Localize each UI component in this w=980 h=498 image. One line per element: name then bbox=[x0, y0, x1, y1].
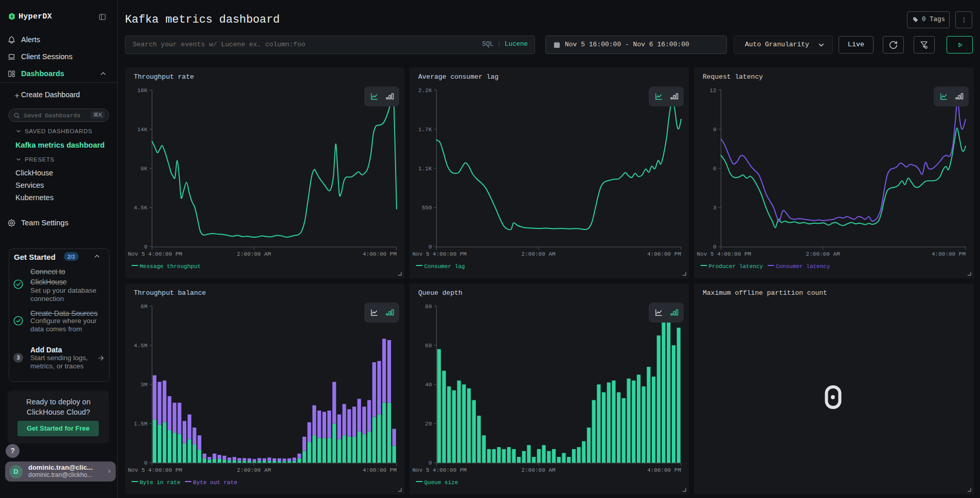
svg-text:Consumer latency: Consumer latency bbox=[776, 263, 830, 270]
svg-text:40: 40 bbox=[425, 382, 432, 388]
svg-text:4:00:00 PM: 4:00:00 PM bbox=[932, 251, 966, 257]
svg-text:2:00:00 AM: 2:00:00 AM bbox=[806, 251, 840, 257]
svg-text:2:00:00 AM: 2:00:00 AM bbox=[237, 467, 271, 473]
svg-text:80: 80 bbox=[425, 304, 432, 310]
svg-text:Nov 5 4:00:00 PM: Nov 5 4:00:00 PM bbox=[697, 251, 752, 257]
svg-text:3M: 3M bbox=[140, 382, 147, 388]
svg-text:550: 550 bbox=[422, 205, 432, 211]
svg-text:0: 0 bbox=[144, 244, 148, 250]
svg-text:Producer latency: Producer latency bbox=[709, 263, 763, 270]
svg-text:12: 12 bbox=[709, 87, 716, 94]
svg-text:4.5K: 4.5K bbox=[134, 205, 148, 211]
svg-text:4.5M: 4.5M bbox=[134, 343, 147, 349]
svg-text:0: 0 bbox=[429, 460, 432, 466]
svg-text:Nov 5 4:00:00 PM: Nov 5 4:00:00 PM bbox=[128, 251, 183, 257]
svg-text:6: 6 bbox=[713, 166, 717, 172]
svg-text:Nov 5 4:00:00 PM: Nov 5 4:00:00 PM bbox=[413, 467, 467, 473]
svg-text:9: 9 bbox=[713, 127, 717, 133]
svg-text:4:00:00 PM: 4:00:00 PM bbox=[363, 467, 397, 473]
svg-text:0: 0 bbox=[429, 244, 432, 250]
svg-text:9K: 9K bbox=[140, 166, 148, 172]
svg-text:Nov 5 4:00:00 PM: Nov 5 4:00:00 PM bbox=[413, 251, 467, 257]
svg-text:Consumer lag: Consumer lag bbox=[424, 263, 465, 270]
svg-text:6M: 6M bbox=[140, 304, 147, 310]
svg-text:60: 60 bbox=[425, 343, 432, 349]
svg-text:4:00:00 PM: 4:00:00 PM bbox=[363, 251, 397, 257]
svg-text:1.1K: 1.1K bbox=[418, 166, 432, 172]
svg-text:14K: 14K bbox=[137, 127, 148, 133]
svg-text:18K: 18K bbox=[137, 87, 148, 94]
svg-text:0: 0 bbox=[144, 460, 148, 466]
svg-text:2:00:00 AM: 2:00:00 AM bbox=[522, 251, 556, 257]
svg-text:4:00:00 PM: 4:00:00 PM bbox=[647, 467, 681, 473]
svg-text:2:00:00 AM: 2:00:00 AM bbox=[237, 251, 271, 257]
svg-text:Nov 5 4:00:00 PM: Nov 5 4:00:00 PM bbox=[128, 467, 183, 473]
svg-text:Byte in rate: Byte in rate bbox=[140, 479, 181, 486]
svg-text:2.2K: 2.2K bbox=[418, 87, 432, 94]
svg-text:2:00:00 AM: 2:00:00 AM bbox=[522, 467, 556, 473]
svg-text:Message throughput: Message throughput bbox=[140, 263, 201, 270]
svg-text:Queue size: Queue size bbox=[424, 479, 458, 486]
svg-text:1.7K: 1.7K bbox=[418, 127, 432, 133]
svg-text:Byte out rate: Byte out rate bbox=[193, 479, 237, 486]
svg-text:0: 0 bbox=[713, 244, 717, 250]
svg-text:20: 20 bbox=[425, 421, 432, 427]
svg-text:4:00:00 PM: 4:00:00 PM bbox=[647, 251, 681, 257]
svg-text:3: 3 bbox=[713, 205, 717, 211]
svg-text:1.5M: 1.5M bbox=[134, 421, 147, 427]
